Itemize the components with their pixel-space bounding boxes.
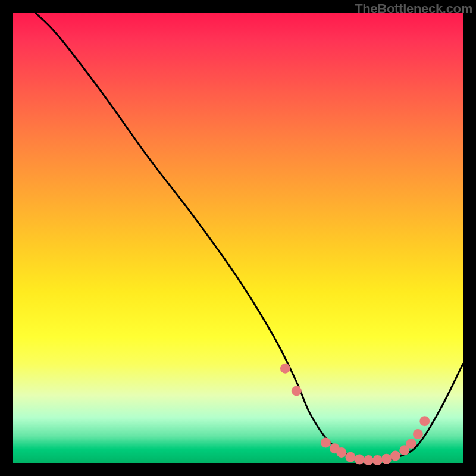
highlight-dot	[364, 455, 374, 465]
bottleneck-curve	[36, 13, 463, 462]
highlight-dot	[419, 416, 430, 426]
highlight-dot	[292, 386, 302, 396]
highlight-dots-group	[280, 364, 430, 465]
highlight-dot	[381, 454, 392, 464]
highlight-dot	[390, 450, 400, 461]
watermark-text: TheBottleneck.com	[355, 1, 472, 17]
highlight-dot	[336, 447, 346, 458]
highlight-dot	[321, 437, 331, 447]
chart-svg	[13, 13, 463, 463]
highlight-dot	[280, 364, 290, 374]
highlight-dot	[413, 429, 423, 439]
highlight-dot	[355, 454, 365, 464]
highlight-dot	[406, 439, 416, 449]
highlight-dot	[372, 455, 383, 465]
highlight-dot	[346, 452, 356, 462]
